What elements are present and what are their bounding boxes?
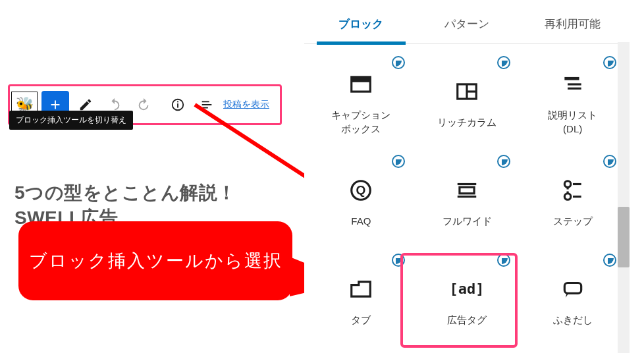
block-description-list[interactable]: 説明リスト (DL) <box>520 53 626 152</box>
block-label: ステップ <box>553 214 593 228</box>
block-inserter-panel: ブロック パターン 再利用可能 キャプション ボックス リッチカラム <box>304 0 630 355</box>
inserter-tabs: ブロック パターン 再利用可能 <box>304 0 630 43</box>
block-label: フルワイド <box>443 214 492 228</box>
swell-badge-icon <box>603 56 616 69</box>
svg-rect-1 <box>177 103 178 107</box>
rich-columns-icon <box>452 77 481 106</box>
swell-badge-icon <box>392 254 405 267</box>
swell-badge-icon <box>603 155 616 168</box>
swell-badge-icon <box>497 155 510 168</box>
inserter-tooltip: ブロック挿入ツールを切り替え <box>9 111 133 130</box>
block-faq[interactable]: Q FAQ <box>308 152 414 251</box>
tab-reusable[interactable]: 再利用可能 <box>520 3 626 43</box>
block-label: 広告タグ <box>447 313 487 327</box>
annotation-callout: ブロック挿入ツールから選択 <box>18 221 292 300</box>
svg-rect-9 <box>568 83 581 85</box>
block-tab[interactable]: タブ <box>308 251 414 350</box>
block-label: キャプション ボックス <box>331 108 390 136</box>
speech-icon <box>558 275 587 304</box>
details-button[interactable] <box>165 92 190 117</box>
swell-badge-icon <box>497 56 510 69</box>
callout-text: ブロック挿入ツールから選択 <box>29 249 282 273</box>
block-full-wide[interactable]: フルワイド <box>414 152 520 251</box>
block-rich-columns[interactable]: リッチカラム <box>414 53 520 152</box>
svg-rect-21 <box>564 283 581 293</box>
block-label: タブ <box>351 313 371 327</box>
ad-tag-icon: [ad] <box>452 275 481 304</box>
swell-badge-icon <box>392 56 405 69</box>
block-label: リッチカラム <box>437 115 496 129</box>
swell-badge-icon <box>603 254 616 267</box>
swell-badge-icon <box>392 155 405 168</box>
scrollbar-track[interactable] <box>618 42 630 353</box>
pencil-icon <box>78 97 93 112</box>
swell-badge-icon <box>497 254 510 267</box>
block-ad-tag[interactable]: [ad] 広告タグ <box>414 251 520 350</box>
redo-icon <box>136 97 151 112</box>
block-label: 説明リスト (DL) <box>548 108 597 136</box>
block-label: FAQ <box>351 214 371 228</box>
redo-button[interactable] <box>131 92 156 117</box>
svg-text:Q: Q <box>356 183 366 197</box>
svg-point-16 <box>564 180 571 187</box>
info-icon <box>171 97 185 112</box>
tab-patterns[interactable]: パターン <box>414 3 520 43</box>
plus-icon <box>48 97 63 112</box>
block-grid: キャプション ボックス リッチカラム 説明リスト (DL) <box>304 44 630 350</box>
scrollbar-thumb[interactable] <box>618 207 630 267</box>
block-label: ふきだし <box>553 313 593 327</box>
tab-blocks[interactable]: ブロック <box>308 3 414 43</box>
block-speech-balloon[interactable]: ふきだし <box>520 251 626 350</box>
caption-box-icon <box>346 70 375 99</box>
desc-list-icon <box>558 70 587 99</box>
step-icon <box>558 176 587 205</box>
faq-icon: Q <box>346 176 375 205</box>
tab-icon <box>346 275 375 304</box>
svg-rect-10 <box>568 88 581 90</box>
block-step[interactable]: ステップ <box>520 152 626 251</box>
svg-rect-13 <box>460 187 474 194</box>
full-wide-icon <box>452 176 481 205</box>
editor-panel: 🐝 投稿を表示 5つの型をとことん解説！SWELL広告 <box>8 84 282 244</box>
svg-point-17 <box>564 193 571 200</box>
undo-icon <box>107 97 122 112</box>
block-caption-box[interactable]: キャプション ボックス <box>308 53 414 152</box>
view-post-link[interactable]: 投稿を表示 <box>223 99 269 111</box>
svg-rect-8 <box>564 77 579 80</box>
svg-rect-4 <box>352 77 371 82</box>
svg-rect-2 <box>177 101 178 103</box>
